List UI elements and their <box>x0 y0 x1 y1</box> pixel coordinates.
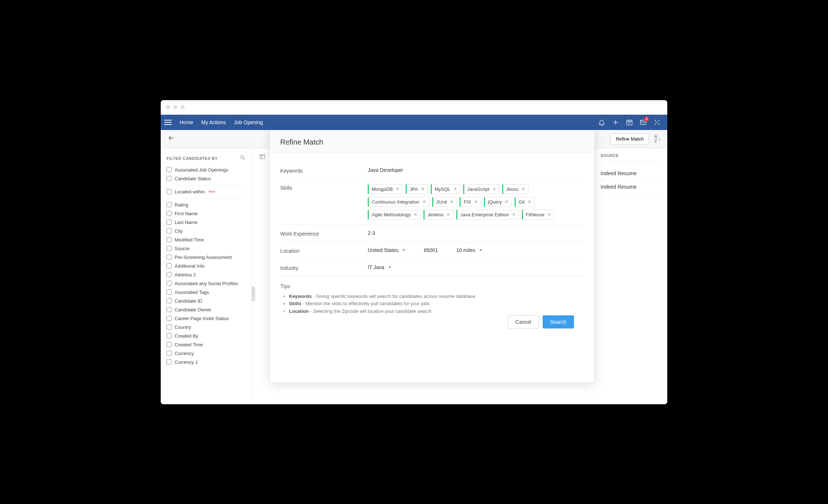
filter-item[interactable]: Currency <box>167 351 246 356</box>
skill-tag[interactable]: jQuery✕ <box>484 197 512 207</box>
tools-icon[interactable] <box>653 119 661 126</box>
filter-checkbox[interactable] <box>167 228 172 233</box>
filter-item[interactable]: Associated Tags <box>167 290 246 295</box>
nav-job-opening[interactable]: Job Opening <box>234 119 263 125</box>
remove-skill-icon[interactable]: ✕ <box>450 199 453 204</box>
skill-tag[interactable]: Continuous Integration✕ <box>368 197 429 207</box>
skill-tag[interactable]: Git✕ <box>515 197 535 207</box>
filter-checkbox[interactable] <box>167 333 172 338</box>
filter-checkbox[interactable] <box>167 167 172 172</box>
filter-checkbox[interactable] <box>167 272 172 277</box>
filter-item[interactable]: Last Name <box>167 220 246 225</box>
industry-select[interactable]: IT Java ▼ <box>368 264 584 270</box>
skill-tag[interactable]: FitNesse✕ <box>522 210 554 220</box>
skill-tag[interactable]: JPA✕ <box>406 184 428 194</box>
remove-skill-icon[interactable]: ✕ <box>528 199 531 204</box>
filter-checkbox[interactable] <box>167 189 172 194</box>
filter-item[interactable]: Address 2 <box>167 272 246 277</box>
filter-checkbox[interactable] <box>167 202 172 207</box>
filter-checkbox[interactable] <box>167 211 172 216</box>
window-max-dot[interactable] <box>180 105 185 109</box>
skills-wrap[interactable]: MongoDB✕JPA✕MySQL✕JavaScript✕Jboss✕Conti… <box>368 184 584 220</box>
filter-checkbox[interactable] <box>167 281 172 286</box>
filter-checkbox[interactable] <box>167 220 172 225</box>
filter-item[interactable]: Rating <box>167 202 246 208</box>
filter-item[interactable]: Source <box>167 246 246 251</box>
remove-skill-icon[interactable]: ✕ <box>414 212 417 217</box>
remove-skill-icon[interactable]: ✕ <box>505 199 508 204</box>
remove-skill-icon[interactable]: ✕ <box>396 186 399 192</box>
filter-item[interactable]: Candidate Status <box>167 176 246 181</box>
skill-tag[interactable]: MySQL✕ <box>431 184 460 194</box>
filter-item[interactable]: Created Time <box>167 342 246 347</box>
skill-tag[interactable]: Java Enterprise Edition✕ <box>456 210 519 220</box>
work-experience-value[interactable]: 2-3 <box>368 230 584 236</box>
window-close-dot[interactable] <box>166 105 170 109</box>
location-country-select[interactable]: United States ▼ <box>368 247 406 253</box>
filter-checkbox[interactable] <box>167 359 172 365</box>
remove-skill-icon[interactable]: ✕ <box>446 212 450 217</box>
remove-skill-icon[interactable]: ✕ <box>547 212 551 217</box>
filter-checkbox[interactable] <box>167 246 172 251</box>
filter-checkbox[interactable] <box>167 351 172 356</box>
filter-checkbox[interactable] <box>167 324 172 330</box>
filter-item[interactable]: Career Page Invite Status <box>167 316 246 321</box>
source-item[interactable]: Indeed Resume <box>601 167 661 180</box>
keywords-value[interactable]: Java Developer <box>368 167 584 173</box>
bell-icon[interactable] <box>598 119 605 126</box>
filter-item[interactable]: Created By <box>167 333 246 339</box>
skill-tag[interactable]: Jboss✕ <box>502 184 528 194</box>
location-radius-select[interactable]: 10 miles ▼ <box>456 247 483 253</box>
back-arrow-icon[interactable] <box>167 134 175 143</box>
skill-tag[interactable]: FIX✕ <box>460 197 481 207</box>
filter-item[interactable]: Modified Time <box>167 237 246 243</box>
refine-match-button[interactable]: Refine Match <box>610 133 649 145</box>
remove-skill-icon[interactable]: ✕ <box>512 212 516 217</box>
filter-checkbox[interactable] <box>167 316 172 321</box>
nav-my-actions[interactable]: My Actions <box>201 119 226 125</box>
filter-checkbox[interactable] <box>167 237 172 242</box>
remove-skill-icon[interactable]: ✕ <box>492 186 496 192</box>
filter-item[interactable]: Candidate Owner <box>167 307 246 312</box>
filter-item[interactable]: Associated Job Openings <box>167 167 246 173</box>
cancel-button[interactable]: Cancel <box>508 315 539 328</box>
nav-home[interactable]: Home <box>180 119 193 125</box>
remove-skill-icon[interactable]: ✕ <box>422 199 426 204</box>
source-item[interactable]: Indeed Resume <box>601 180 661 194</box>
filter-located-within[interactable]: Located within New <box>167 189 246 194</box>
skill-tag[interactable]: Jenkins✕ <box>423 210 453 220</box>
search-button[interactable]: Search <box>543 315 574 328</box>
filter-checkbox[interactable] <box>167 263 172 268</box>
mail-icon[interactable]: 4 <box>640 119 647 126</box>
hamburger-icon[interactable] <box>164 120 172 125</box>
filter-checkbox[interactable] <box>167 290 172 295</box>
filter-item[interactable]: Candidate ID <box>167 298 246 304</box>
panel-collapse-handle[interactable]: ‹ <box>251 287 255 301</box>
remove-skill-icon[interactable]: ✕ <box>522 186 525 192</box>
search-icon[interactable] <box>240 155 246 162</box>
filter-item[interactable]: Pre-Screening Assessment <box>167 255 246 260</box>
skill-tag[interactable]: MongoDB✕ <box>368 184 403 194</box>
remove-skill-icon[interactable]: ✕ <box>453 186 457 192</box>
window-min-dot[interactable] <box>173 105 177 109</box>
filter-item[interactable]: First Name <box>167 211 246 216</box>
plus-icon[interactable] <box>612 119 619 126</box>
filter-checkbox[interactable] <box>167 342 172 347</box>
filter-checkbox[interactable] <box>167 307 172 312</box>
skill-tag[interactable]: JavaScript✕ <box>463 184 499 194</box>
filter-checkbox[interactable] <box>167 255 172 260</box>
filter-item[interactable]: City <box>167 228 246 234</box>
filter-item[interactable]: Country <box>167 324 246 330</box>
skill-tag[interactable]: JUnit✕ <box>432 197 457 207</box>
remove-skill-icon[interactable]: ✕ <box>474 199 478 204</box>
skill-tag[interactable]: Agile Methodology✕ <box>368 210 421 220</box>
filter-checkbox[interactable] <box>167 176 172 181</box>
location-zip-input[interactable]: 85001 <box>424 247 438 253</box>
filter-item[interactable]: Currency 1 <box>167 359 246 365</box>
filter-item[interactable]: Additional Info <box>167 263 246 269</box>
sort-az-icon[interactable]: AZ ↓ <box>654 134 661 143</box>
calendar-icon[interactable]: 31 <box>626 119 633 126</box>
remove-skill-icon[interactable]: ✕ <box>421 186 425 192</box>
filter-checkbox[interactable] <box>167 298 172 303</box>
filter-item[interactable]: Associated any Social Profiles <box>167 281 246 286</box>
